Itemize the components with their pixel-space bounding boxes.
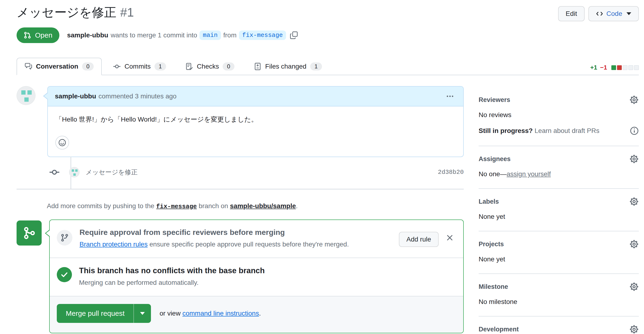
edit-button-label: Edit [566, 10, 577, 18]
commit-row: メッセージを修正 2d38b20 [16, 161, 464, 183]
push-hint-prefix: Add more commits by pushing to the [47, 202, 154, 210]
repo-link[interactable]: sample-ubbu/sample [230, 202, 296, 210]
comment-body: 「Hello 世界!」から「Hello World!」にメッセージを変更しました… [48, 106, 463, 156]
status-badge-label: Open [35, 31, 52, 39]
tab-conversation[interactable]: Conversation 0 [16, 58, 102, 75]
tab-files-changed[interactable]: Files changed 1 [246, 58, 330, 75]
identicon-pixel [28, 90, 32, 94]
pr-number: #1 [120, 6, 134, 19]
diffstat-block-neutral [628, 65, 633, 70]
commit-sha[interactable]: 2d38b20 [438, 169, 464, 176]
page-title: メッセージを修正#1 [16, 3, 134, 21]
pr-meta-row: Open sample-ubbu wants to merge 1 commit… [16, 28, 639, 43]
content: sample-ubbu commented 3 minutes ago 「Hel… [16, 86, 639, 334]
command-line-instructions-link[interactable]: command line instructions [182, 310, 259, 317]
tab-checks[interactable]: Checks 0 [178, 58, 242, 75]
tab-counter: 0 [223, 62, 234, 70]
push-hint-suffix: . [296, 202, 298, 210]
header-actions: Edit Code [558, 6, 639, 21]
cli-instructions-text: or view command line instructions. [160, 310, 261, 317]
copy-icon[interactable] [290, 31, 298, 39]
chevron-down-icon [626, 12, 631, 15]
assignees-heading: Assignees [478, 156, 510, 163]
assignees-empty-row: No one—assign yourself [478, 170, 639, 178]
head-branch-label[interactable]: fix-message [239, 30, 286, 40]
issue-comment: sample-ubbu commented 3 minutes ago 「Hel… [16, 86, 464, 157]
merge-button-label: Merge pull request [57, 304, 134, 323]
code-button[interactable]: Code [588, 6, 639, 21]
status-badge: Open [16, 28, 60, 43]
reviewers-heading: Reviewers [478, 96, 510, 104]
branch-protection-heading: Require approval from specific reviewers… [80, 228, 392, 237]
code-icon [596, 10, 603, 17]
add-reaction-button[interactable] [55, 136, 69, 150]
draft-pr-hint-row: Still in progress? Learn about draft PRs [478, 126, 639, 135]
gear-icon[interactable] [629, 324, 639, 334]
merge-options-dropdown[interactable] [134, 304, 151, 323]
assignees-heading-row[interactable]: Assignees [478, 154, 639, 164]
development-heading-row[interactable]: Development [478, 324, 639, 334]
git-commit-icon [113, 63, 121, 70]
projects-empty-text: None yet [478, 256, 639, 263]
tab-counter: 0 [82, 62, 94, 70]
add-rule-button[interactable]: Add rule [399, 232, 439, 247]
tab-counter: 1 [310, 62, 322, 70]
pr-title-text: メッセージを修正 [16, 6, 116, 19]
gear-icon[interactable] [629, 282, 639, 292]
projects-heading-row[interactable]: Projects [478, 240, 639, 249]
labels-empty-text: None yet [478, 213, 639, 220]
git-branch-icon [57, 230, 72, 246]
avatar[interactable] [69, 167, 80, 178]
labels-heading-row[interactable]: Labels [478, 197, 639, 206]
push-hint-middle: branch on [199, 202, 228, 210]
sidebar-section-labels: Labels None yet [478, 189, 639, 231]
branch-protection-text: Require approval from specific reviewers… [80, 228, 392, 248]
identicon-pixel [72, 169, 74, 172]
gear-icon[interactable] [629, 95, 639, 104]
tab-commits[interactable]: Commits 1 [105, 58, 174, 75]
gear-icon[interactable] [629, 197, 639, 206]
assign-yourself-link[interactable]: assign yourself [506, 170, 551, 178]
identicon-pixel [21, 90, 26, 94]
check-icon [57, 267, 72, 282]
pr-author[interactable]: sample-ubbu [67, 32, 108, 39]
diffstat-blocks [611, 65, 639, 70]
gear-icon[interactable] [629, 240, 639, 249]
kebab-menu-icon[interactable] [444, 90, 456, 102]
pr-header: メッセージを修正#1 Edit Code [16, 3, 639, 21]
comment-text: 「Hello 世界!」から「Hello World!」にメッセージを変更しました… [55, 114, 456, 124]
mergeability-section: This branch has no conflicts with the ba… [50, 258, 463, 296]
commit-message[interactable]: メッセージを修正 [86, 168, 138, 176]
git-merge-icon [16, 220, 42, 246]
merge-box: Require approval from specific reviewers… [49, 220, 464, 333]
merge-pull-request-button[interactable]: Merge pull request [57, 304, 151, 323]
file-diff-icon [254, 63, 262, 70]
branch-protection-description-text: ensure specific people approve pull requ… [150, 240, 349, 248]
branch-protection-description: Branch protection rules ensure specific … [80, 240, 392, 248]
info-icon[interactable] [630, 126, 639, 135]
deletions-count: −1 [600, 64, 607, 71]
smiley-icon [58, 138, 66, 147]
branch-protection-rules-link[interactable]: Branch protection rules [80, 240, 148, 248]
mergeability-heading: This branch has no conflicts with the ba… [79, 266, 265, 275]
avatar[interactable] [16, 86, 36, 105]
edit-button[interactable]: Edit [558, 6, 584, 21]
base-branch-label[interactable]: main [200, 30, 221, 40]
chevron-down-icon [140, 312, 145, 315]
comment-author[interactable]: sample-ubbu [55, 92, 96, 100]
gear-icon[interactable] [629, 154, 639, 164]
identicon-pixel [24, 98, 29, 102]
head-branch-link[interactable]: fix-message [156, 203, 197, 210]
draft-pr-hint: Still in progress? Learn about draft PRs [478, 127, 599, 134]
mergeability-text: This branch has no conflicts with the ba… [79, 266, 265, 286]
summary-text: wants to merge 1 commit into [111, 32, 197, 39]
reviewers-heading-row[interactable]: Reviewers [478, 95, 639, 104]
tab-label: Conversation [36, 63, 78, 70]
sidebar-section-development: Development [478, 316, 639, 334]
milestone-heading-row[interactable]: Milestone [478, 282, 639, 292]
checklist-icon [186, 63, 193, 70]
learn-about-draft-prs-link[interactable]: Learn about draft PRs [534, 127, 599, 134]
git-commit-icon [49, 165, 60, 179]
close-icon[interactable] [446, 234, 454, 242]
reviewers-empty-text: No reviews [478, 111, 639, 119]
